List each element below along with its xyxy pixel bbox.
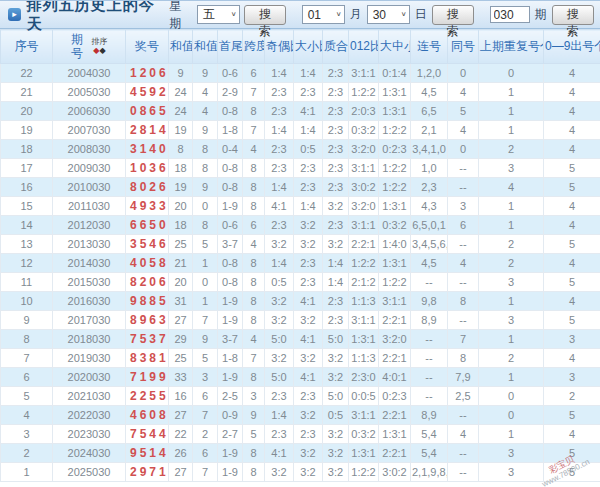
cell-012: 3:2:0 bbox=[349, 140, 379, 159]
cell-bigsmall: 2:3 bbox=[294, 425, 323, 444]
chevron-down-icon: ∨ bbox=[231, 11, 237, 18]
cell-prize: 71997 bbox=[126, 368, 169, 387]
cell-sumtail: 1 bbox=[193, 254, 218, 273]
cell-firstlast: 1-8 bbox=[218, 349, 243, 368]
cell-oddeven: 1:4 bbox=[265, 64, 294, 83]
cell-firstlast: 2-7 bbox=[218, 425, 243, 444]
column-header-repeat: 上期重复号个数 bbox=[479, 30, 544, 64]
cell-012: 2:1:2 bbox=[349, 273, 379, 292]
cell-primecomposite: 1:4 bbox=[323, 254, 349, 273]
cell-distinct: 4 bbox=[544, 83, 600, 102]
cell-samenumber: 7 bbox=[448, 330, 479, 349]
cell-bigmidsmall: 1:3:1 bbox=[379, 83, 411, 102]
cell-distinct: 4 bbox=[544, 140, 600, 159]
weekday-label: 星期 bbox=[169, 0, 191, 32]
cell-repeat: 0 bbox=[479, 387, 544, 406]
issue-input[interactable] bbox=[490, 6, 530, 23]
cell-consecutive: -- bbox=[411, 387, 448, 406]
cell-span: 4 bbox=[243, 140, 265, 159]
cell-bigsmall: 2:3 bbox=[294, 83, 323, 102]
cell-prize: 82064 bbox=[126, 273, 169, 292]
sort-desc-icon[interactable]: ◆ bbox=[100, 46, 106, 55]
cell-span: 8 bbox=[243, 463, 265, 482]
cell-primecomposite: 3:2 bbox=[323, 444, 349, 463]
cell-serial: 13 bbox=[1, 235, 53, 254]
cell-sumtail: 8 bbox=[193, 159, 218, 178]
cell-bigsmall: 3:2 bbox=[294, 311, 323, 330]
cell-bigsmall: 2:3 bbox=[294, 254, 323, 273]
cell-sumtail: 6 bbox=[193, 444, 218, 463]
cell-repeat: 2 bbox=[479, 140, 544, 159]
search-date-button[interactable]: 搜索 bbox=[432, 5, 474, 25]
cell-primecomposite: 5:0 bbox=[323, 387, 349, 406]
cell-firstlast: 0-8 bbox=[218, 102, 243, 121]
cell-sumtail: 7 bbox=[193, 311, 218, 330]
cell-samenumber: 2,5 bbox=[448, 387, 479, 406]
cell-prize: 10368 bbox=[126, 159, 169, 178]
sort-control[interactable]: 排序 ◆◆ bbox=[92, 38, 108, 55]
cell-serial: 14 bbox=[1, 216, 53, 235]
cell-period: 2005030 bbox=[53, 83, 126, 102]
cell-consecutive: 8,9 bbox=[411, 406, 448, 425]
cell-span: 7 bbox=[243, 349, 265, 368]
table-row: 102016030988513111-983:24:12:31:1:33:1:1… bbox=[1, 292, 600, 311]
title-arrow-icon: ▸ bbox=[8, 8, 21, 21]
cell-prize: 89631 bbox=[126, 311, 169, 330]
cell-distinct: 5 bbox=[544, 311, 600, 330]
day-select[interactable]: 30∨ bbox=[367, 5, 410, 24]
weekday-value: 五 bbox=[203, 6, 215, 23]
cell-consecutive: 5,4 bbox=[411, 425, 448, 444]
cell-oddeven: 2:3 bbox=[265, 140, 294, 159]
cell-bigsmall: 3:2 bbox=[294, 216, 323, 235]
cell-consecutive: 6,5 bbox=[411, 102, 448, 121]
search-week-button[interactable]: 搜索 bbox=[244, 5, 286, 25]
table-row: 202006030086552440-882:34:12:32:0:31:3:1… bbox=[1, 102, 600, 121]
search-issue-button[interactable]: 搜索 bbox=[552, 5, 594, 25]
cell-sum: 21 bbox=[169, 254, 193, 273]
cell-bigmidsmall: 1:3:1 bbox=[379, 425, 411, 444]
weekday-select[interactable]: 五∨ bbox=[197, 5, 240, 24]
cell-prize: 45924 bbox=[126, 83, 169, 102]
cell-span: 8 bbox=[243, 102, 265, 121]
cell-bigsmall: 2:3 bbox=[294, 387, 323, 406]
cell-prize: 40584 bbox=[126, 254, 169, 273]
cell-primecomposite: 3:2 bbox=[323, 197, 349, 216]
cell-period: 2009030 bbox=[53, 159, 126, 178]
cell-bigsmall: 3:2 bbox=[294, 349, 323, 368]
cell-012: 0:3:2 bbox=[349, 425, 379, 444]
cell-sumtail: 4 bbox=[193, 83, 218, 102]
cell-distinct: 4 bbox=[544, 216, 600, 235]
cell-bigsmall: 4:1 bbox=[294, 330, 323, 349]
cell-firstlast: 1-9 bbox=[218, 292, 243, 311]
cell-sum: 19 bbox=[169, 178, 193, 197]
cell-consecutive: -- bbox=[411, 273, 448, 292]
cell-repeat: 3 bbox=[479, 273, 544, 292]
cell-consecutive: 1,0 bbox=[411, 159, 448, 178]
cell-012: 1:1:3 bbox=[349, 292, 379, 311]
cell-firstlast: 0-4 bbox=[218, 140, 243, 159]
cell-samenumber: 7,9 bbox=[448, 368, 479, 387]
cell-oddeven: 2:3 bbox=[265, 83, 294, 102]
cell-serial: 17 bbox=[1, 159, 53, 178]
cell-distinct: 4 bbox=[544, 102, 600, 121]
cell-period: 2019030 bbox=[53, 349, 126, 368]
table-row: 22024030951472661-984:13:23:21:3:12:2:15… bbox=[1, 444, 600, 463]
cell-serial: 16 bbox=[1, 178, 53, 197]
cell-primecomposite: 5:0 bbox=[323, 330, 349, 349]
cell-repeat: 1 bbox=[479, 216, 544, 235]
title-bar: ▸ 排列五历史上的今天 星期 五∨ 搜索 01∨ 月 30∨ 日 搜索 期 搜索 bbox=[0, 1, 600, 29]
cell-period: 2014030 bbox=[53, 254, 126, 273]
cell-prize: 95147 bbox=[126, 444, 169, 463]
cell-012: 0:0:5 bbox=[349, 387, 379, 406]
month-label: 月 bbox=[350, 6, 362, 23]
cell-samenumber: -- bbox=[448, 178, 479, 197]
month-select[interactable]: 01∨ bbox=[302, 5, 345, 24]
cell-sum: 9 bbox=[169, 64, 193, 83]
cell-period: 2016030 bbox=[53, 292, 126, 311]
cell-distinct: 4 bbox=[544, 349, 600, 368]
cell-oddeven: 1:4 bbox=[265, 254, 294, 273]
cell-span: 6 bbox=[243, 64, 265, 83]
cell-samenumber: -- bbox=[448, 463, 479, 482]
cell-bigmidsmall: 1:2:2 bbox=[379, 121, 411, 140]
table-row: 172009030103681880-882:32:32:33:1:11:2:2… bbox=[1, 159, 600, 178]
